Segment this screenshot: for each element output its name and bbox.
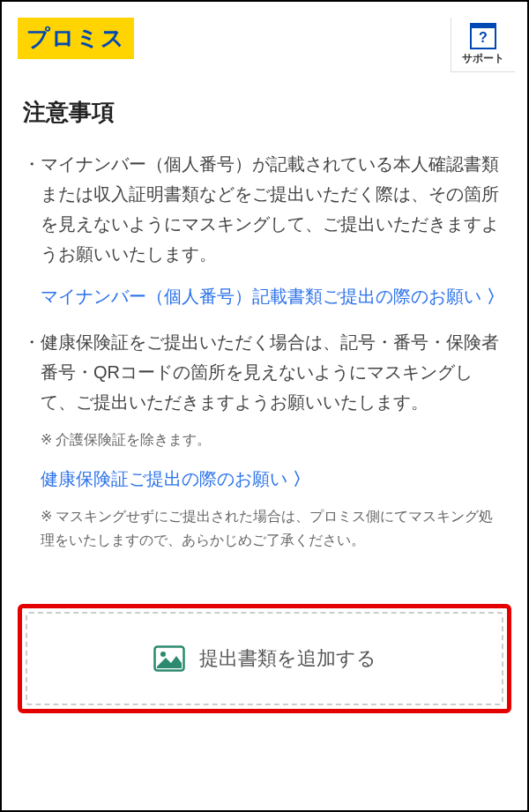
add-document-button[interactable]: 提出書類を追加する — [26, 612, 503, 705]
notice-item: ・ マイナンバー（個人番号）が記載されている本人確認書類または収入証明書類などを… — [23, 149, 506, 311]
mynumber-link[interactable]: マイナンバー（個人番号）記載書類ご提出の際のお願い〉 — [41, 281, 506, 311]
bullet-icon: ・ — [23, 327, 41, 553]
image-icon — [153, 645, 185, 672]
chevron-right-icon: 〉 — [293, 469, 310, 488]
notice-item: ・ 健康保険証をご提出いただく場合は、記号・番号・保険者番号・QRコードの箇所を… — [23, 327, 506, 553]
add-document-highlight: 提出書類を追加する — [18, 604, 511, 713]
support-button[interactable]: ? サポート — [451, 18, 515, 72]
notice-text: 健康保険証をご提出いただく場合は、記号・番号・保険者番号・QRコードの箇所を見え… — [41, 332, 499, 412]
help-icon: ? — [470, 23, 496, 49]
content-area: 注意事項 ・ マイナンバー（個人番号）が記載されている本人確認書類または収入証明… — [2, 79, 527, 586]
footnote: ※マスキングせずにご提出された場合は、プロミス側にてマスキング処理をいたしますの… — [41, 504, 506, 552]
add-document-label: 提出書類を追加する — [199, 645, 376, 672]
bullet-icon: ・ — [23, 149, 41, 311]
notice-text: マイナンバー（個人番号）が記載されている本人確認書類または収入証明書類などをご提… — [41, 154, 499, 264]
header: プロミス ? サポート — [2, 2, 527, 79]
support-label: サポート — [462, 51, 504, 66]
notice-title: 注意事項 — [23, 97, 506, 128]
footnote: ※介護保険証を除きます。 — [41, 428, 506, 451]
insurance-card-link[interactable]: 健康保険証ご提出の際のお願い〉 — [41, 464, 506, 494]
brand-logo: プロミス — [18, 18, 134, 59]
svg-point-1 — [160, 652, 166, 657]
chevron-right-icon: 〉 — [487, 287, 504, 306]
